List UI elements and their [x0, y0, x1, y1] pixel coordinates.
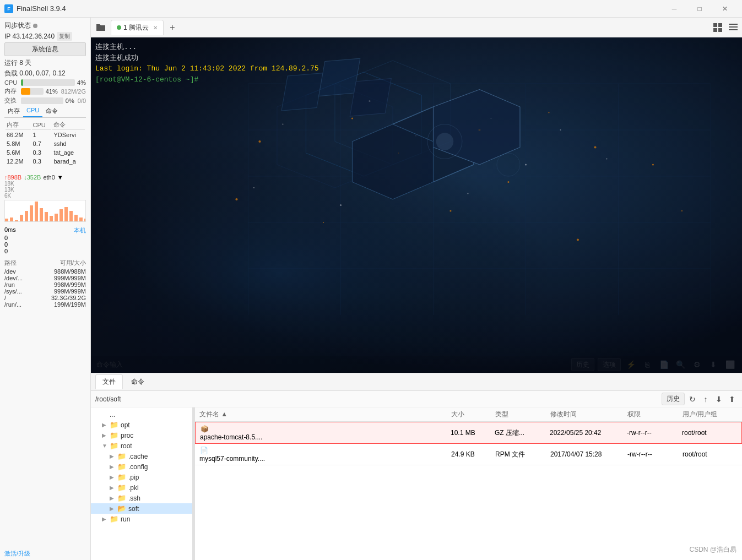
- expand-icon: ▼: [102, 443, 107, 449]
- activate-link[interactable]: 激活/升级: [0, 547, 90, 560]
- tree-item[interactable]: ▶📁.cache: [91, 451, 192, 461]
- file-tab-files[interactable]: 文件: [95, 374, 123, 389]
- svg-rect-48: [319, 58, 360, 96]
- mem-bar-fill: [21, 88, 30, 95]
- svg-point-17: [507, 181, 509, 183]
- disk-path: /: [4, 295, 6, 301]
- folder-icon: 📁: [117, 483, 126, 492]
- net-y2: 13K: [4, 187, 86, 193]
- refresh-icon[interactable]: ↻: [687, 394, 698, 405]
- tree-item[interactable]: ▶📁.ssh: [91, 493, 192, 503]
- svg-rect-4: [729, 24, 738, 25]
- tree-item-label: .pki: [128, 484, 139, 492]
- tree-item[interactable]: ▶📁run: [91, 514, 192, 524]
- file-name: mysql57-community....: [199, 455, 265, 463]
- tree-item-label: ...: [110, 411, 115, 418]
- mem-detail: 812M/2G: [61, 88, 86, 95]
- tree-item[interactable]: ▶📁proc: [91, 430, 192, 441]
- tree-item[interactable]: ▼📁root: [91, 441, 192, 451]
- copy-ip-button[interactable]: 复制: [57, 32, 72, 41]
- terminal-bg-svg: [91, 37, 742, 373]
- file-tab-commands[interactable]: 命令: [124, 374, 151, 389]
- mem-label: 内存: [4, 87, 19, 95]
- minimize-button[interactable]: ─: [662, 0, 687, 18]
- svg-point-23: [652, 164, 654, 165]
- col-name: 文件名 ▲: [199, 410, 451, 419]
- content-area: 1 腾讯云 ✕ +: [91, 18, 742, 560]
- tab-cmd[interactable]: 命令: [42, 106, 61, 117]
- tree-item[interactable]: ...: [91, 410, 192, 420]
- tab-bar: 1 腾讯云 ✕ +: [91, 18, 742, 37]
- tree-item[interactable]: ▶📁opt: [91, 420, 192, 430]
- disk-row: /dev988M/988M: [4, 268, 86, 275]
- navigate-up-icon[interactable]: ↑: [700, 394, 711, 405]
- disk-path: /sys/...: [4, 288, 22, 295]
- svg-point-14: [351, 117, 353, 119]
- grid-icon-btn[interactable]: [711, 21, 724, 34]
- close-button[interactable]: ✕: [712, 0, 738, 18]
- svg-rect-0: [713, 23, 717, 27]
- chart-bar: [35, 202, 38, 221]
- latency-section: 0ms 本机 0 0 0: [0, 224, 90, 257]
- chart-bar: [10, 218, 13, 221]
- folder-icon-btn[interactable]: [93, 20, 109, 35]
- tab-mem[interactable]: 内存: [4, 106, 23, 117]
- sidebar-top: 同步状态 IP 43.142.36.240 复制 系统信息 运行 8 天 负载 …: [0, 18, 90, 170]
- tree-item[interactable]: ▶📁.pki: [91, 482, 192, 493]
- expand-icon: ▶: [102, 422, 107, 428]
- svg-point-54: [436, 133, 454, 150]
- folder-icon: 📁: [117, 473, 126, 481]
- terminal-line1: 连接主机...: [95, 42, 319, 53]
- chart-bar: [5, 219, 8, 221]
- svg-point-24: [681, 210, 683, 211]
- file-toolbar: /root/soft 历史 ↻ ↑ ⬇ ⬆: [91, 391, 742, 407]
- sysinfo-button[interactable]: 系统信息: [4, 42, 86, 56]
- tree-item[interactable]: ▶📂soft: [91, 503, 192, 514]
- expand-icon: ▶: [110, 453, 115, 459]
- maximize-button[interactable]: □: [687, 0, 712, 18]
- sidebar: 同步状态 IP 43.142.36.240 复制 系统信息 运行 8 天 负载 …: [0, 18, 91, 560]
- file-row[interactable]: 📄 mysql57-community.... 24.9 KB RPM 文件 2…: [195, 444, 742, 465]
- file-date: 2022/05/25 20:42: [550, 429, 627, 437]
- close-tab-icon[interactable]: ✕: [153, 25, 158, 31]
- file-list-header: 文件名 ▲ 大小 类型 修改时间 权限 用户/用户组: [195, 407, 742, 422]
- proc-mem: 5.6M: [6, 149, 31, 156]
- tree-item[interactable]: ▶📁.config: [91, 461, 192, 472]
- file-type-icon: 📦: [200, 425, 209, 433]
- svg-point-22: [235, 198, 237, 200]
- file-history-button[interactable]: 历史: [662, 393, 685, 405]
- chart-bar: [69, 211, 73, 221]
- net-y3: 6K: [4, 193, 86, 199]
- disk-rows: /dev988M/988M/dev/...999M/999M/run998M/9…: [4, 268, 86, 308]
- chart-bar: [15, 220, 18, 221]
- proc-cmd: sshd: [52, 140, 85, 148]
- add-tab-button[interactable]: +: [166, 21, 179, 34]
- upload-file-icon[interactable]: ⬆: [727, 394, 738, 405]
- file-row[interactable]: 📦 apache-tomcat-8.5.... 10.1 MB GZ 压缩...…: [195, 422, 742, 444]
- file-name-col: 📦 apache-tomcat-8.5....: [200, 425, 451, 441]
- file-user: root/root: [683, 450, 738, 458]
- folder-icon: 📁: [110, 421, 118, 429]
- svg-point-13: [258, 140, 261, 143]
- disk-avail: 32.3G/39.2G: [51, 295, 86, 301]
- chart-bar: [20, 215, 23, 221]
- proc-cmd: YDServi: [52, 131, 85, 139]
- tree-item-label: opt: [121, 421, 130, 429]
- tab-cpu[interactable]: CPU: [23, 106, 42, 117]
- chart-bar: [84, 219, 86, 221]
- tab-tencent[interactable]: 1 腾讯云 ✕: [111, 20, 164, 35]
- disk-path: /dev/...: [4, 275, 23, 281]
- file-size: 10.1 MB: [451, 429, 495, 437]
- process-row: 5.6M0.3tat_age: [6, 149, 85, 156]
- process-tab-bar: 内存 CPU 命令: [4, 106, 86, 118]
- chart-bar: [59, 209, 63, 221]
- download-file-icon[interactable]: ⬇: [713, 394, 724, 405]
- list-icon-btn[interactable]: [727, 21, 740, 34]
- app-title: FinalShell 3.9.4: [17, 4, 66, 13]
- tree-item-label: .pip: [128, 474, 139, 481]
- process-table: 内存 CPU 命令 66.2M1YDServi5.8M0.7sshd5.6M0.…: [4, 119, 86, 166]
- tree-item[interactable]: ▶📁.pip: [91, 472, 192, 482]
- local-label[interactable]: 本机: [74, 226, 86, 235]
- net-arrow: ▼: [57, 174, 63, 181]
- net-interface: eth0: [43, 174, 55, 181]
